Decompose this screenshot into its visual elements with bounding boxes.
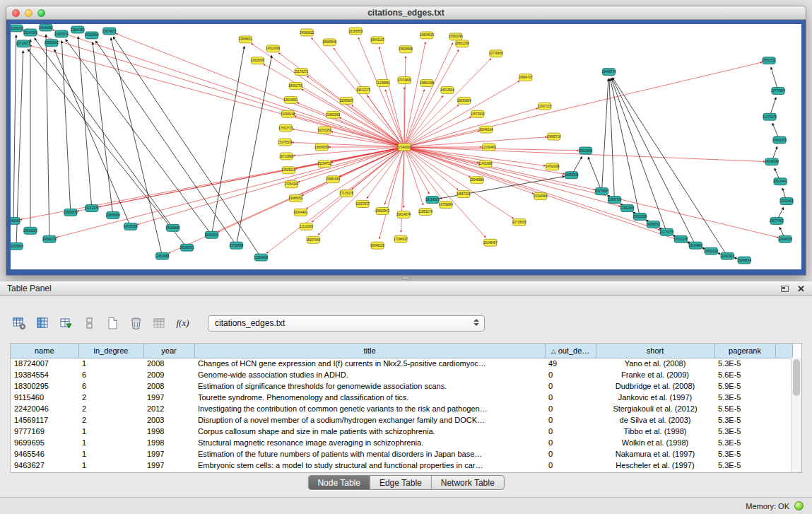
- graph-node[interactable]: 23451093: [772, 136, 787, 144]
- graph-node[interactable]: 24268655: [166, 224, 180, 231]
- table-cell[interactable]: 1: [78, 426, 143, 437]
- table-row[interactable]: 1456911722003Disruption of a novel membe…: [11, 414, 792, 426]
- graph-hub-node[interactable]: 17240093: [397, 144, 411, 151]
- graph-node[interactable]: 17552723: [278, 124, 293, 132]
- table-row[interactable]: 911546021997Tourette syndrome. Phenomeno…: [11, 392, 792, 403]
- graph-node[interactable]: 23719073: [16, 40, 30, 47]
- graph-node[interactable]: 21962519: [720, 252, 734, 259]
- graph-node[interactable]: 19412175: [356, 86, 370, 93]
- graph-node[interactable]: 18663804: [457, 97, 471, 104]
- graph-node[interactable]: 18301752: [288, 83, 302, 90]
- graph-node[interactable]: 21173776: [660, 228, 674, 235]
- graph-node[interactable]: 19961298: [455, 40, 469, 47]
- graph-node[interactable]: 11431680: [478, 160, 493, 168]
- table-cell[interactable]: 1997: [143, 460, 194, 471]
- graph-node[interactable]: 20681063: [326, 176, 340, 183]
- graph-node[interactable]: 21173173: [763, 113, 777, 120]
- graph-node[interactable]: 21802063: [326, 111, 340, 118]
- graph-node[interactable]: 25206050: [11, 25, 23, 32]
- new-document-button[interactable]: [103, 315, 122, 332]
- close-window-button[interactable]: [12, 9, 20, 17]
- table-cell[interactable]: Hescheler et al. (1997): [596, 460, 714, 471]
- table-cell[interactable]: Corpus callosum shape and size in male p…: [194, 426, 545, 437]
- graph-node[interactable]: 21926974: [54, 30, 69, 37]
- graph-node[interactable]: 24060022: [300, 29, 314, 36]
- graph-node[interactable]: 23919287: [23, 227, 37, 234]
- graph-node[interactable]: 18349105: [370, 242, 384, 249]
- graph-node[interactable]: 14513504: [440, 86, 454, 93]
- table-cell[interactable]: 2: [78, 414, 143, 426]
- table-selector-dropdown[interactable]: citations_edges.txt: [208, 315, 485, 332]
- graph-node[interactable]: 19086053: [288, 195, 302, 202]
- graph-node[interactable]: 22426310: [205, 231, 219, 238]
- graph-node[interactable]: 12160469: [482, 144, 496, 151]
- graph-node[interactable]: 16641107: [370, 37, 384, 44]
- table-cell[interactable]: 9465546: [11, 448, 78, 460]
- graph-node[interactable]: 18207040: [306, 236, 320, 243]
- tab-edge-table[interactable]: Edge Table: [370, 476, 432, 489]
- tab-network-table[interactable]: Network Table: [432, 476, 504, 489]
- table-cell[interactable]: 9699695: [11, 437, 78, 448]
- table-cell[interactable]: Tourette syndrome. Phenomenology and cla…: [194, 392, 545, 403]
- table-cell[interactable]: 5.3E-5: [714, 392, 775, 403]
- table-row[interactable]: 2242004622012Investigating the contribut…: [11, 403, 792, 414]
- delete-button[interactable]: [126, 315, 146, 332]
- zoom-window-button[interactable]: [37, 9, 45, 17]
- table-cell[interactable]: 2008: [143, 380, 194, 392]
- graph-node[interactable]: 22808021: [238, 36, 252, 43]
- network-canvas[interactable]: 1724009317474800198610981451350418663804…: [11, 24, 801, 269]
- graph-node[interactable]: 24590278: [42, 235, 57, 243]
- table-cell[interactable]: 5.3E-5: [714, 437, 775, 448]
- table-cell[interactable]: 2003: [143, 414, 194, 426]
- table-cell[interactable]: 1998: [143, 426, 194, 437]
- table-cell[interactable]: Estimation of the future numbers of pati…: [194, 448, 545, 460]
- graph-node[interactable]: 14022066: [266, 45, 280, 52]
- graph-node[interactable]: 22544363: [71, 26, 85, 33]
- table-cell[interactable]: Disruption of a novel member of a sodium…: [194, 414, 545, 426]
- table-cell[interactable]: 1997: [143, 448, 194, 460]
- minimize-window-button[interactable]: [25, 9, 33, 17]
- tab-node-table[interactable]: Node Table: [308, 476, 370, 489]
- table-cell[interactable]: Structural magnetic resonance image aver…: [194, 437, 545, 448]
- table-cell[interactable]: Franke et al. (2009): [596, 369, 714, 380]
- table-cell[interactable]: 1: [78, 448, 143, 460]
- table-cell[interactable]: 0: [545, 392, 596, 403]
- column-header-in_degree[interactable]: in_degree: [78, 344, 143, 358]
- table-cell[interactable]: 6: [78, 380, 143, 392]
- graph-node[interactable]: 20679587: [595, 188, 609, 195]
- graph-node[interactable]: 23728934: [229, 242, 243, 249]
- window-titlebar[interactable]: citations_edges.txt: [6, 6, 806, 20]
- graph-node[interactable]: 16046164: [479, 126, 493, 133]
- table-cell[interactable]: Investigating the contribution of common…: [194, 403, 545, 414]
- graph-node[interactable]: 10573812: [471, 110, 485, 117]
- column-header-out_de[interactable]: △out_de…: [545, 344, 596, 358]
- scrollbar-thumb[interactable]: [793, 359, 800, 396]
- graph-node[interactable]: 23178271: [294, 69, 308, 76]
- graph-node[interactable]: 24705354: [124, 223, 138, 230]
- graph-node[interactable]: 19448734: [602, 69, 616, 76]
- table-cell[interactable]: 5.3E-5: [714, 358, 775, 369]
- graph-node[interactable]: 21110283: [300, 223, 314, 230]
- function-builder-button[interactable]: f(x): [173, 315, 192, 332]
- graph-node[interactable]: 17254340: [284, 181, 298, 188]
- column-header-year[interactable]: year: [143, 344, 194, 358]
- table-cell[interactable]: Embryonic stem cells: a model to study s…: [194, 460, 545, 471]
- graph-node[interactable]: 22005904: [11, 243, 23, 250]
- panel-resize-handle[interactable]: [401, 276, 410, 280]
- table-cell[interactable]: 0: [545, 460, 596, 471]
- table-cell[interactable]: 49: [545, 358, 596, 369]
- table-cell[interactable]: Tibbo et al. (1998): [596, 426, 714, 437]
- graph-node[interactable]: 17474800: [397, 77, 411, 84]
- graph-node[interactable]: 22885689: [106, 211, 120, 218]
- graph-node[interactable]: 23104886: [688, 242, 702, 249]
- graph-node[interactable]: 21102463: [779, 198, 794, 205]
- graph-node[interactable]: 15376503: [278, 139, 292, 146]
- table-cell[interactable]: Stergiakouli et al. (2012): [596, 403, 714, 414]
- graph-node[interactable]: 19565546: [322, 39, 336, 46]
- table-cell[interactable]: 2: [78, 403, 143, 414]
- table-cell[interactable]: 0: [545, 414, 596, 426]
- table-cell[interactable]: 5.3E-5: [714, 426, 775, 437]
- graph-node[interactable]: 23583979: [64, 209, 78, 216]
- graph-node[interactable]: 22776094: [771, 87, 785, 94]
- graph-node[interactable]: 11007537: [355, 201, 370, 208]
